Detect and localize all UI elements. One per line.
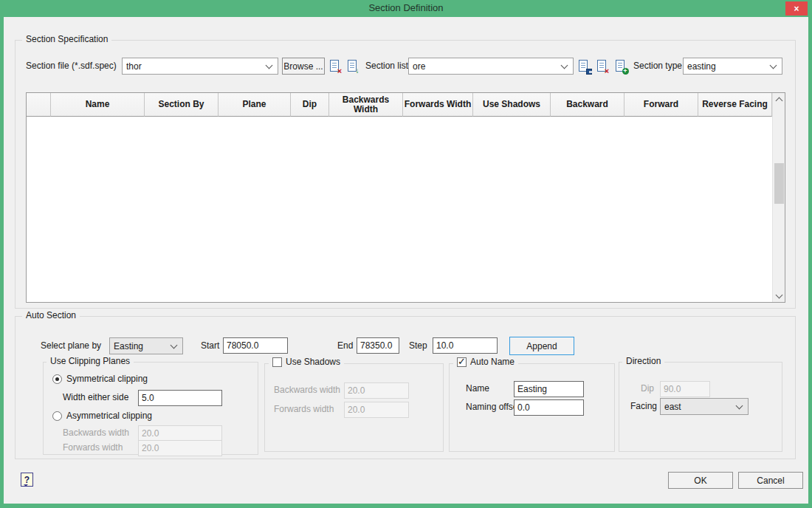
ok-button-label: OK [694, 476, 706, 486]
append-button[interactable]: Append [509, 337, 574, 355]
use-shadows-title: Use Shadows [286, 357, 340, 367]
select-plane-by-label: Select plane by [41, 337, 101, 354]
clipping-planes-group: Use Clipping Planes Symmetrical clipping… [43, 362, 258, 455]
close-icon: × [794, 4, 799, 14]
symmetrical-clipping-radio[interactable] [52, 374, 62, 384]
end-label: End [337, 337, 353, 354]
width-either-side-input[interactable] [138, 390, 222, 406]
table-scrollbar[interactable] [772, 93, 785, 302]
red-x-glyph [336, 67, 343, 75]
grid-body [27, 117, 772, 302]
green-plus-glyph [622, 67, 629, 75]
shadow-backwards-width-input [344, 382, 409, 399]
cancel-button-label: Cancel [757, 476, 784, 486]
select-plane-by-value: Easting [114, 341, 168, 351]
asymmetrical-clipping-radio[interactable] [52, 411, 62, 421]
facing-combobox[interactable]: east [660, 398, 749, 415]
scrollbar-up-button[interactable] [773, 93, 785, 106]
save-list-icon[interactable] [578, 60, 591, 73]
direction-group: Direction Dip Facing east [619, 362, 782, 452]
use-shadows-checkbox[interactable] [272, 357, 282, 367]
auto-name-group: Auto Name Name Naming offset [449, 363, 615, 452]
help-icon: ? [24, 475, 30, 485]
column-header-section-by: Section By [145, 93, 219, 117]
direction-title: Direction [622, 356, 664, 366]
section-list-combobox[interactable]: ore [408, 58, 574, 75]
section-list-value: ore [413, 61, 559, 72]
name-input[interactable] [514, 381, 584, 397]
section-list-label: Section list [365, 58, 408, 75]
chevron-down-icon [770, 61, 777, 69]
section-file-combobox[interactable]: thor [122, 58, 278, 75]
section-type-combobox[interactable]: easting [683, 58, 782, 75]
facing-value: east [664, 402, 734, 412]
section-file-value: thor [126, 61, 264, 72]
ok-button[interactable]: OK [668, 472, 733, 489]
cancel-button[interactable]: Cancel [738, 472, 803, 489]
column-header-backward: Backward [551, 93, 625, 117]
auto-section-title: Auto Section [22, 310, 80, 320]
chevron-down-icon [266, 61, 273, 69]
chevron-down-icon [736, 402, 743, 409]
naming-offset-label: Naming offset [466, 399, 520, 416]
column-header-dip: Dip [291, 93, 329, 117]
column-header-reverse-facing: Reverse Facing [698, 93, 772, 117]
chevron-down-icon [561, 61, 568, 69]
step-input[interactable] [433, 337, 498, 354]
step-label: Step [409, 337, 427, 354]
section-specification-title: Section Specification [22, 34, 111, 44]
naming-offset-input[interactable] [514, 399, 584, 416]
grid-header: NameSection ByPlaneDipBackwards WidthFor… [27, 93, 772, 117]
section-file-label: Section file (*.sdf.spec) [26, 58, 117, 75]
browse-button-label: Browse ... [283, 61, 323, 72]
section-type-label: Section type [633, 58, 682, 75]
dip-input [660, 381, 710, 397]
dip-label: Dip [641, 380, 654, 397]
section-type-value: easting [687, 61, 768, 72]
red-x-glyph [603, 67, 610, 75]
section-definition-dialog: Section Definition × Section Specificati… [0, 0, 812, 508]
scrollbar-thumb[interactable] [774, 163, 784, 204]
close-button[interactable]: × [785, 1, 808, 16]
scroll-up-icon [776, 97, 783, 104]
window-titlebar: Section Definition × [0, 0, 812, 17]
delete-list-icon[interactable] [596, 60, 610, 73]
chevron-down-icon [171, 341, 178, 349]
column-header-backwards-width: Backwards Width [329, 93, 403, 117]
remove-spec-icon[interactable] [329, 60, 343, 73]
auto-name-checkbox[interactable] [457, 357, 467, 367]
append-button-label: Append [526, 341, 557, 351]
clip-forwards-width-label: Forwards width [63, 439, 123, 456]
clipping-planes-title: Use Clipping Planes [47, 356, 134, 366]
browse-button[interactable]: Browse ... [282, 58, 325, 75]
add-list-icon[interactable] [615, 60, 628, 73]
shadow-forwards-width-input [344, 402, 409, 418]
dialog-content: Section Specification Section file (*.sd… [4, 17, 808, 504]
disk-glyph [586, 69, 592, 75]
scrollbar-down-button[interactable] [773, 289, 785, 302]
shadow-backwards-width-label: Backwards width [274, 382, 340, 399]
start-label: Start [201, 337, 219, 354]
sections-table: NameSection ByPlaneDipBackwards WidthFor… [26, 92, 785, 303]
shadow-forwards-width-label: Forwards width [274, 401, 334, 418]
select-plane-by-combobox[interactable]: Easting [109, 337, 183, 354]
symmetrical-clipping-label: Symmetrical clipping [66, 374, 148, 384]
asymmetrical-clipping-label: Asymmetrical clipping [66, 411, 152, 421]
window-title: Section Definition [0, 2, 812, 13]
clip-backwards-width-input [138, 425, 222, 442]
facing-label: Facing [630, 398, 657, 415]
scroll-down-icon [776, 291, 783, 298]
start-input[interactable] [223, 337, 288, 354]
column-header-name: Name [51, 93, 145, 117]
name-label: Name [466, 380, 489, 397]
import-spec-icon[interactable] [347, 60, 360, 73]
use-shadows-group: Use Shadows Backwards width Forwards wid… [264, 363, 444, 452]
column-header-forwards-width: Forwards Width [403, 93, 473, 117]
column-header-use-shadows: Use Shadows [473, 93, 551, 117]
help-button[interactable]: ? [21, 473, 33, 487]
column-header-forward: Forward [625, 93, 698, 117]
end-input[interactable] [357, 337, 399, 354]
auto-name-title: Auto Name [470, 357, 515, 367]
column-header-row-number [27, 93, 51, 117]
width-either-side-label: Width either side [63, 389, 128, 406]
